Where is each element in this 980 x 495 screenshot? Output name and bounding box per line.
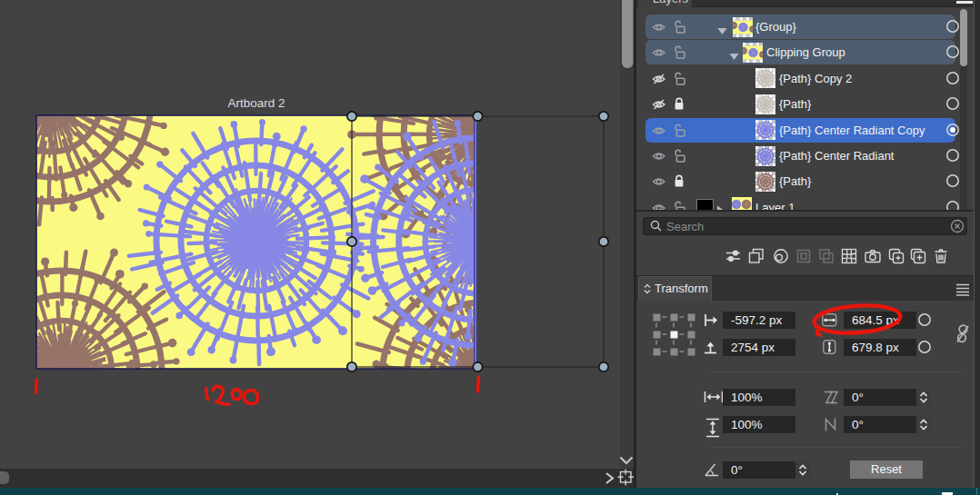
svg-text:Artboard 2: Artboard 2 bbox=[227, 96, 285, 110]
